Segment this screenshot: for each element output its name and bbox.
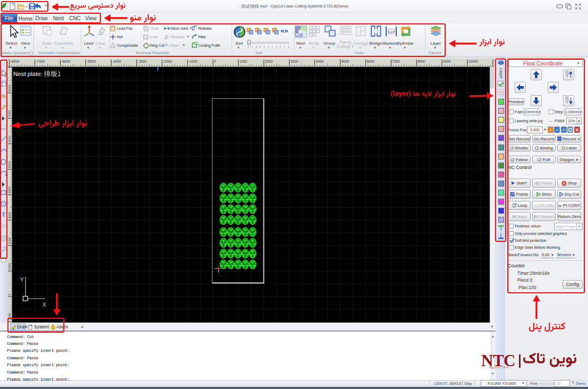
svg-text:5000: 5000: [342, 60, 350, 63]
svg-text:-5000: -5000: [87, 60, 96, 63]
svg-text:X: X: [42, 302, 46, 308]
svg-text:8000: 8000: [417, 60, 425, 63]
svg-text:6000: 6000: [8, 136, 11, 143]
svg-text:10000: 10000: [468, 60, 478, 63]
svg-text:0: 0: [214, 60, 216, 63]
svg-text:-3000: -3000: [138, 60, 147, 63]
svg-text:-4000: -4000: [112, 60, 121, 63]
svg-text:7000: 7000: [8, 110, 11, 117]
svg-text:8000: 8000: [8, 84, 11, 92]
svg-text:1000: 1000: [240, 60, 248, 63]
svg-text:7000: 7000: [392, 60, 400, 63]
svg-text:1000: 1000: [8, 263, 11, 270]
svg-text:4000: 4000: [8, 186, 11, 193]
svg-text:4000: 4000: [316, 60, 324, 63]
svg-text:-6000: -6000: [62, 60, 71, 63]
svg-text:Y: Y: [20, 277, 24, 283]
svg-text:2000: 2000: [265, 60, 273, 63]
svg-text:5000: 5000: [8, 160, 11, 168]
svg-text:3000: 3000: [8, 212, 11, 219]
svg-text:-7000: -7000: [36, 60, 45, 63]
svg-text:6000: 6000: [367, 60, 374, 63]
svg-text:3000: 3000: [291, 60, 299, 63]
svg-text:-2000: -2000: [163, 60, 172, 63]
svg-text:-1000: -1000: [189, 60, 198, 63]
svg-text:-8000: -8000: [11, 60, 20, 63]
svg-text:2000: 2000: [8, 237, 11, 244]
svg-text:9000: 9000: [443, 60, 451, 63]
